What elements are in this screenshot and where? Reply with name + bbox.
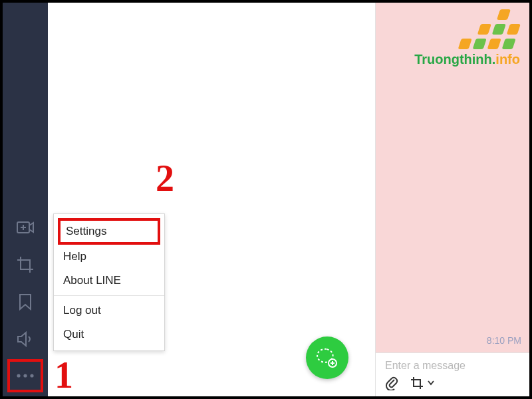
annotation-step-2: 2 (156, 160, 174, 197)
watermark-logo-icon (408, 9, 527, 51)
bookmark-icon[interactable] (3, 283, 48, 321)
svg-point-3 (30, 374, 33, 377)
menu-item-about[interactable]: About LINE (54, 269, 164, 293)
last-message-time: 8:10 PM (487, 335, 521, 346)
menu-item-settings[interactable]: Settings (58, 218, 160, 245)
app-window: 8:10 PM Enter a message (0, 0, 532, 399)
more-menu: Settings Help About LINE Log out Quit (53, 213, 165, 351)
chat-input-row: Enter a message (376, 352, 529, 396)
more-button[interactable] (7, 359, 43, 392)
annotation-step-1: 1 (55, 356, 73, 394)
watermark-logo: Truongthinh.info (414, 9, 520, 67)
chat-plus-icon (316, 346, 338, 369)
speaker-icon[interactable] (3, 321, 48, 358)
watermark-text: Truongthinh.info (414, 52, 520, 67)
crop-icon[interactable] (3, 246, 48, 283)
message-input[interactable]: Enter a message (385, 357, 520, 376)
menu-divider (54, 295, 164, 296)
menu-item-logout[interactable]: Log out (54, 299, 164, 323)
sidebar (3, 3, 48, 396)
dropdown-caret-icon[interactable] (428, 380, 434, 386)
svg-point-1 (17, 374, 20, 377)
crop-tool-icon[interactable] (410, 376, 424, 390)
menu-item-quit[interactable]: Quit (54, 323, 164, 346)
attach-icon[interactable] (385, 376, 398, 390)
add-video-icon[interactable] (3, 209, 48, 246)
chat-tools (385, 376, 520, 390)
new-chat-button[interactable] (306, 336, 348, 379)
svg-point-2 (23, 374, 27, 377)
menu-item-help[interactable]: Help (54, 245, 164, 269)
